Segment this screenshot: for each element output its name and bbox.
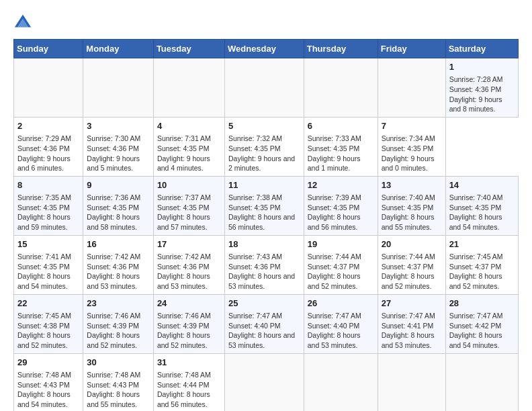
sunset: Sunset: 4:35 PM [87, 203, 139, 212]
sunset: Sunset: 4:35 PM [228, 203, 281, 212]
column-header-tuesday: Tuesday [153, 40, 224, 58]
sunrise: Sunrise: 7:45 AM [17, 312, 71, 320]
sunrise: Sunrise: 7:37 AM [157, 193, 211, 201]
calendar-week-row: 22 Sunrise: 7:45 AM Sunset: 4:38 PM Dayl… [14, 294, 519, 353]
day-number: 8 [17, 179, 79, 191]
sunset: Sunset: 4:36 PM [157, 263, 210, 271]
sunrise: Sunrise: 7:47 AM [228, 312, 282, 320]
day-number: 6 [308, 120, 374, 132]
day-number: 23 [87, 298, 150, 310]
sunset: Sunset: 4:42 PM [449, 322, 502, 330]
daylight: Daylight: 9 hours and 1 minute. [308, 154, 361, 173]
calendar-week-row: 29 Sunrise: 7:48 AM Sunset: 4:43 PM Dayl… [14, 353, 519, 411]
sunset: Sunset: 4:35 PM [157, 144, 210, 152]
calendar-cell: 5 Sunrise: 7:32 AM Sunset: 4:35 PM Dayli… [224, 117, 304, 176]
sunrise: Sunrise: 7:30 AM [87, 134, 140, 142]
sunset: Sunset: 4:35 PM [382, 144, 434, 152]
daylight: Daylight: 9 hours and 2 minutes. [228, 154, 295, 173]
calendar-cell-empty [14, 58, 83, 118]
sunset: Sunset: 4:39 PM [87, 322, 139, 330]
sunset: Sunset: 4:36 PM [87, 144, 139, 152]
sunrise: Sunrise: 7:45 AM [449, 253, 503, 261]
sunrise: Sunrise: 7:47 AM [382, 312, 435, 320]
daylight: Daylight: 8 hours and 55 minutes. [87, 390, 140, 408]
daylight: Daylight: 8 hours and 53 minutes. [157, 272, 210, 290]
sunrise: Sunrise: 7:38 AM [228, 193, 282, 201]
day-number: 19 [308, 238, 374, 250]
sunrise: Sunrise: 7:33 AM [308, 134, 361, 142]
sunrise: Sunrise: 7:41 AM [17, 253, 71, 261]
calendar-cell: 12 Sunrise: 7:39 AM Sunset: 4:35 PM Dayl… [304, 176, 378, 235]
sunrise: Sunrise: 7:39 AM [308, 193, 361, 201]
day-number: 29 [17, 357, 79, 369]
sunset: Sunset: 4:40 PM [308, 322, 360, 330]
sunrise: Sunrise: 7:43 AM [228, 253, 282, 261]
calendar-cell: 6 Sunrise: 7:33 AM Sunset: 4:35 PM Dayli… [304, 117, 378, 176]
sunset: Sunset: 4:36 PM [87, 263, 139, 271]
calendar-cell: 28 Sunrise: 7:47 AM Sunset: 4:42 PM Dayl… [445, 294, 518, 353]
day-number: 13 [382, 179, 442, 191]
calendar-cell: 18 Sunrise: 7:43 AM Sunset: 4:36 PM Dayl… [224, 235, 304, 294]
day-number: 28 [449, 298, 515, 310]
sunrise: Sunrise: 7:28 AM [449, 75, 503, 83]
calendar-cell-empty [153, 58, 224, 118]
calendar-cell: 7 Sunrise: 7:34 AM Sunset: 4:35 PM Dayli… [378, 117, 445, 176]
sunset: Sunset: 4:36 PM [449, 85, 502, 93]
calendar-cell-empty [224, 58, 304, 118]
calendar-cell-empty [445, 353, 518, 411]
day-number: 17 [157, 238, 221, 250]
sunrise: Sunrise: 7:44 AM [308, 253, 361, 261]
calendar-cell: 23 Sunrise: 7:46 AM Sunset: 4:39 PM Dayl… [83, 294, 154, 353]
calendar-cell: 26 Sunrise: 7:47 AM Sunset: 4:40 PM Dayl… [304, 294, 378, 353]
logo [13, 13, 35, 32]
sunrise: Sunrise: 7:46 AM [157, 312, 211, 320]
calendar-cell: 9 Sunrise: 7:36 AM Sunset: 4:35 PM Dayli… [83, 176, 154, 235]
calendar-cell: 17 Sunrise: 7:42 AM Sunset: 4:36 PM Dayl… [153, 235, 224, 294]
calendar-cell-empty [224, 353, 304, 411]
calendar-week-row: 8 Sunrise: 7:35 AM Sunset: 4:35 PM Dayli… [14, 176, 519, 235]
daylight: Daylight: 9 hours and 0 minutes. [382, 154, 435, 173]
daylight: Daylight: 8 hours and 52 minutes. [87, 331, 140, 349]
daylight: Daylight: 8 hours and 56 minutes. [228, 213, 295, 231]
daylight: Daylight: 9 hours and 8 minutes. [449, 95, 502, 113]
column-header-thursday: Thursday [304, 40, 378, 58]
day-number: 22 [17, 298, 79, 310]
sunrise: Sunrise: 7:29 AM [17, 134, 71, 142]
calendar-cell: 15 Sunrise: 7:41 AM Sunset: 4:35 PM Dayl… [14, 235, 83, 294]
calendar-cell-empty [378, 58, 445, 118]
sunset: Sunset: 4:36 PM [228, 263, 281, 271]
calendar-cell: 22 Sunrise: 7:45 AM Sunset: 4:38 PM Dayl… [14, 294, 83, 353]
calendar-cell: 20 Sunrise: 7:44 AM Sunset: 4:37 PM Dayl… [378, 235, 445, 294]
page-header [13, 13, 519, 32]
calendar-cell: 30 Sunrise: 7:48 AM Sunset: 4:43 PM Dayl… [83, 353, 154, 411]
daylight: Daylight: 8 hours and 54 minutes. [449, 213, 502, 231]
daylight: Daylight: 9 hours and 5 minutes. [87, 154, 140, 173]
sunrise: Sunrise: 7:31 AM [157, 134, 211, 142]
calendar-cell: 29 Sunrise: 7:48 AM Sunset: 4:43 PM Dayl… [14, 353, 83, 411]
day-number: 4 [157, 120, 221, 132]
day-number: 16 [87, 238, 150, 250]
day-number: 20 [382, 238, 442, 250]
day-number: 11 [228, 179, 300, 191]
sunrise: Sunrise: 7:42 AM [87, 253, 140, 261]
sunset: Sunset: 4:35 PM [17, 263, 70, 271]
sunset: Sunset: 4:35 PM [157, 203, 210, 212]
sunrise: Sunrise: 7:40 AM [382, 193, 435, 201]
sunset: Sunset: 4:35 PM [17, 203, 70, 212]
daylight: Daylight: 8 hours and 52 minutes. [449, 272, 502, 290]
day-number: 31 [157, 357, 221, 369]
sunset: Sunset: 4:35 PM [228, 144, 281, 152]
daylight: Daylight: 8 hours and 55 minutes. [382, 213, 435, 231]
daylight: Daylight: 8 hours and 53 minutes. [308, 331, 361, 349]
calendar-cell-empty [378, 353, 445, 411]
calendar-cell: 24 Sunrise: 7:46 AM Sunset: 4:39 PM Dayl… [153, 294, 224, 353]
sunset: Sunset: 4:40 PM [228, 322, 281, 330]
day-number: 30 [87, 357, 150, 369]
calendar-cell: 4 Sunrise: 7:31 AM Sunset: 4:35 PM Dayli… [153, 117, 224, 176]
sunrise: Sunrise: 7:35 AM [17, 193, 71, 201]
calendar-week-row: 2 Sunrise: 7:29 AM Sunset: 4:36 PM Dayli… [14, 117, 519, 176]
daylight: Daylight: 8 hours and 52 minutes. [17, 331, 71, 349]
calendar-cell: 21 Sunrise: 7:45 AM Sunset: 4:37 PM Dayl… [445, 235, 518, 294]
sunset: Sunset: 4:38 PM [17, 322, 70, 330]
day-number: 2 [17, 120, 79, 132]
